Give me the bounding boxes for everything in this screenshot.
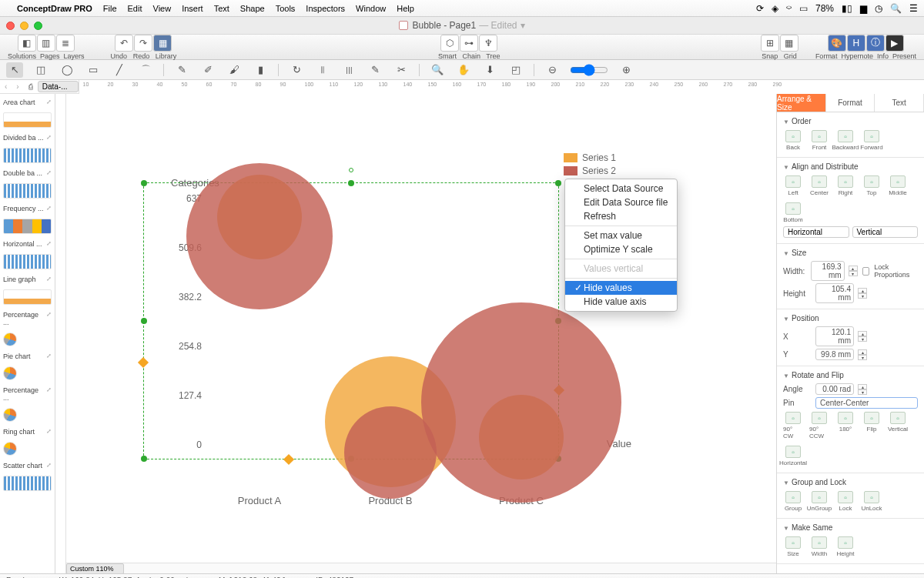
menu-text[interactable]: Text — [214, 4, 229, 13]
tab-text[interactable]: Text — [875, 94, 924, 112]
battery-text[interactable]: 78% — [815, 3, 834, 14]
y-input[interactable]: 99.8 mm — [815, 349, 854, 360]
menu-inspectors[interactable]: Inspectors — [306, 4, 345, 13]
align-icons-middle[interactable]: ▫Middle — [888, 175, 908, 196]
window-minimize[interactable] — [20, 22, 28, 30]
pin-select[interactable]: Center-Center — [815, 397, 918, 409]
nav-forward[interactable]: › — [12, 82, 23, 91]
width-input[interactable]: 169.3 mm — [811, 261, 844, 281]
line-tool[interactable]: ╱ — [111, 62, 128, 78]
ctx-set-max-value[interactable]: Set max value — [565, 229, 677, 242]
section-rotate[interactable]: Rotate and Flip — [792, 371, 844, 379]
order-icons-forward[interactable]: ▫Forward — [862, 130, 882, 151]
crop-tool[interactable]: ◰ — [507, 62, 524, 78]
clock-icon[interactable]: ◷ — [875, 3, 882, 14]
pen-tool[interactable]: ✐ — [199, 62, 216, 78]
order-icons-front[interactable]: ▫Front — [809, 130, 829, 151]
solutions-button[interactable]: ◧ — [18, 35, 36, 52]
pencil-tool[interactable]: ✎ — [173, 62, 190, 78]
chart-selection[interactable]: Categories Value 0127.4254.8382.2509.663… — [143, 182, 559, 459]
ctx-optimize-y-scale[interactable]: Optimize Y scale — [565, 242, 677, 256]
layers-button[interactable]: ≣ — [56, 35, 75, 52]
download-icon[interactable]: ⬇ — [481, 62, 498, 78]
align-tool[interactable]: ⫴ — [314, 62, 331, 78]
width-stepper[interactable]: ▴▾ — [849, 266, 858, 276]
menu-view[interactable]: View — [153, 4, 172, 13]
library-button[interactable]: ▦ — [153, 35, 172, 52]
menu-window[interactable]: Window — [356, 4, 386, 13]
align-vertical-select[interactable]: Vertical — [852, 226, 919, 238]
present-button[interactable]: ▶ — [886, 35, 904, 52]
format-button[interactable]: 🎨 — [828, 35, 846, 52]
menu-tools[interactable]: Tools — [276, 4, 296, 13]
library-item[interactable]: ⤢Percentage ... — [0, 306, 55, 331]
zoom-minus-icon[interactable]: ⊖ — [544, 62, 561, 78]
brush-tool[interactable]: 🖌 — [226, 62, 243, 78]
rotate-icons-180-[interactable]: ▫180° — [835, 412, 855, 439]
section-group[interactable]: Group and Lock — [792, 478, 846, 486]
smart-button[interactable]: ⬡ — [440, 35, 459, 52]
library-item[interactable]: ⤢Divided ba ... — [0, 129, 55, 146]
undo-button[interactable]: ↶ — [115, 35, 133, 52]
cut-tool[interactable]: ✂ — [393, 62, 410, 78]
lasso-tool[interactable]: ◫ — [32, 62, 49, 78]
arc-tool[interactable]: ⌒ — [137, 62, 154, 78]
window-close[interactable] — [6, 22, 15, 30]
ctx-refresh[interactable]: Refresh — [565, 209, 677, 223]
same-icons-height[interactable]: ▫Height — [835, 536, 855, 557]
chain-button[interactable]: ⊶ — [460, 35, 478, 52]
angle-input[interactable]: 0.00 rad — [815, 383, 854, 395]
library-item[interactable]: ⤢Area chart — [0, 94, 55, 111]
rotate-icons-vertical[interactable]: ▫Vertical — [888, 412, 908, 439]
height-input[interactable]: 105.4 mm — [815, 283, 854, 303]
document-title[interactable]: Bubble - Page1 — [412, 20, 476, 31]
library-item[interactable]: ⤢Horizontal ... — [0, 236, 55, 252]
flag-icon[interactable]: ▆ — [860, 3, 867, 14]
library-item[interactable]: ⤢Double ba ... — [0, 165, 55, 182]
library-item[interactable]: ⤢Frequency ... — [0, 200, 55, 217]
section-same[interactable]: Make Same — [792, 523, 832, 532]
rotate-icons-horizontal[interactable]: ▫Horizontal — [783, 446, 803, 466]
zoom-combo[interactable]: Custom 110% — [66, 563, 124, 574]
library-item[interactable]: ⤢Ring chart — [0, 423, 55, 440]
library-item[interactable]: ⤢Line graph — [0, 271, 55, 288]
battery-icon[interactable]: ▮▯ — [842, 3, 852, 14]
shape-tool-2[interactable]: ▭ — [85, 62, 102, 78]
tab-format[interactable]: Format — [826, 94, 875, 112]
menu-extras-icon[interactable]: ☰ — [909, 3, 918, 14]
x-input[interactable]: 120.1 mm — [815, 326, 854, 346]
ctx-hide-value-axis[interactable]: Hide value axis — [565, 295, 677, 309]
group-icons-unlock[interactable]: ▫UnLock — [862, 491, 882, 512]
bubble-series-2[interactable] — [421, 302, 621, 503]
menu-shape[interactable]: Shape — [240, 4, 265, 13]
spotlight-icon[interactable]: 🔍 — [890, 3, 902, 14]
same-icons-width[interactable]: ▫Width — [809, 536, 829, 557]
section-position[interactable]: Position — [792, 314, 819, 322]
align-horizontal-select[interactable]: Horizontal — [783, 226, 849, 238]
tree-button[interactable]: ♆ — [479, 35, 497, 52]
marker-tool[interactable]: ▮ — [252, 62, 269, 78]
zoom-plus-icon[interactable]: ⊕ — [618, 62, 634, 78]
align-icons-left[interactable]: ▫Left — [783, 175, 803, 196]
sync-icon[interactable]: ⟳ — [756, 3, 764, 14]
redo-button[interactable]: ↷ — [134, 35, 152, 52]
nav-extra-icon[interactable]: ⎙ — [24, 82, 38, 91]
app-name[interactable]: ConceptDraw PRO — [17, 4, 92, 13]
rotate-icons-90--ccw[interactable]: ▫90° CCW — [809, 412, 829, 439]
height-stepper[interactable]: ▴▾ — [858, 288, 867, 299]
diamond-icon[interactable]: ◈ — [772, 3, 778, 14]
hand-tool[interactable]: ✋ — [455, 62, 472, 78]
select-tool[interactable]: ↖ — [6, 62, 23, 78]
section-order[interactable]: Order — [792, 117, 812, 125]
section-size[interactable]: Size — [792, 249, 806, 257]
canvas[interactable]: Categories Value 0127.4254.8382.2509.663… — [66, 94, 776, 563]
wifi-icon[interactable]: ⌔ — [786, 3, 792, 14]
bubble-series-2[interactable] — [186, 163, 333, 309]
zoom-slider[interactable] — [570, 64, 608, 76]
hypernote-button[interactable]: H — [847, 35, 865, 52]
info-button[interactable]: ⓘ — [866, 35, 885, 52]
window-maximize[interactable] — [34, 22, 42, 30]
angle-stepper[interactable]: ▴▾ — [858, 384, 867, 395]
x-stepper[interactable]: ▴▾ — [858, 331, 867, 342]
same-icons-size[interactable]: ▫Size — [783, 536, 803, 557]
